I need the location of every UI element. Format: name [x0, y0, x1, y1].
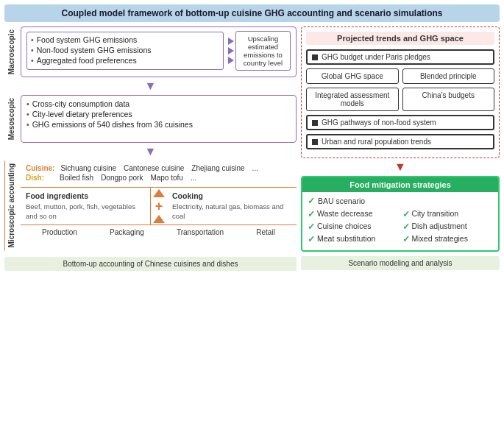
cuisine-3: Zhejiang cuisine — [191, 164, 244, 172]
mitigation-section: Food mitigation strategies ✓ BAU scenari… — [301, 176, 500, 252]
mixed-text: Mixed strategies — [412, 234, 468, 243]
ghg-cols-1: Global GHG space Blended principle — [306, 68, 494, 84]
mesoscopic-label: Mesoscopic — [4, 95, 18, 143]
city-text: City transition — [412, 209, 459, 218]
cuisine-4: ... — [252, 164, 258, 172]
arrow-up-1 — [153, 189, 165, 197]
dish-row: Dish: Boiled fish Dongpo pork Mapo tofu … — [26, 174, 291, 182]
right-footer: Scenario modeling and analysis — [301, 256, 500, 270]
mit-item-meat: ✓ Meat substitution — [308, 234, 399, 244]
meso-bullet-2: City-level dietary preferences — [26, 110, 291, 118]
dish-2: Dongpo pork — [101, 174, 143, 182]
microscopic-label: Microscopic accounting — [4, 160, 18, 250]
meat-text: Meat substitution — [317, 234, 375, 243]
square-bullet-2 — [312, 120, 318, 126]
city-check: ✓ — [402, 209, 410, 219]
cuisine-label: Cuisine: — [26, 164, 54, 172]
plus-icon: + — [155, 199, 163, 213]
mesoscopic-section: Mesoscopic Cross-city consumption data C… — [4, 95, 297, 143]
waste-check: ✓ — [308, 209, 315, 219]
left-footer: Bottom-up accounting of Chinese cuisines… — [4, 257, 297, 271]
ghg-budget-text: GHG budget under Paris pledges — [322, 53, 430, 61]
proj-to-mitigation-arrow: ▼ — [301, 161, 500, 173]
waste-text: Waste decrease — [317, 209, 372, 218]
mixed-check: ✓ — [402, 234, 410, 244]
mit-item-cuisine: ✓ Cuisine choices — [308, 222, 399, 232]
dish-adj-text: Dish adjustment — [412, 222, 467, 230]
macro-bullets: Food system GHG emissions Non-food syste… — [26, 32, 224, 70]
plus-divider: + — [151, 188, 167, 224]
micro-bottom-row: Production Packaging Transportation Reta… — [21, 225, 297, 239]
mit-item-dish: ✓ Dish adjustment — [402, 222, 494, 232]
macro-bullet-3: Aggregated food preferences — [31, 56, 219, 65]
global-ghg-box: Global GHG space — [306, 68, 399, 84]
food-ingredients-box: Food ingredients Beef, mutton, pork, fis… — [21, 188, 151, 224]
meso-to-micro-arrow: ▼ — [4, 146, 297, 158]
cuisine-dish-area: Cuisine: Sichuang cuisine Cantonese cuis… — [21, 160, 297, 188]
page-wrapper: Coupled model framework of bottom-up cui… — [0, 0, 504, 275]
mesoscopic-content: Cross-city consumption data City-level d… — [21, 95, 297, 143]
macroscopic-content: Food system GHG emissions Non-food syste… — [21, 26, 297, 77]
dish-items: Boiled fish Dongpo pork Mapo tofu ... — [60, 174, 196, 182]
ghg-budget-box: GHG budget under Paris pledges — [306, 49, 494, 65]
microscopic-section: Microscopic accounting Cuisine: Sichuang… — [4, 160, 297, 250]
bottom-2: Packaging — [110, 228, 144, 236]
food-text: Beef, mutton, pork, fish, vegetables and… — [26, 202, 145, 221]
meat-check: ✓ — [308, 234, 315, 244]
food-title: Food ingredients — [26, 191, 145, 200]
cuisine-items: Sichuang cuisine Cantonese cuisine Zheji… — [60, 164, 258, 172]
square-bullet-1 — [312, 54, 318, 60]
upscale-box: Upscaling estimated emissions to country… — [235, 31, 291, 71]
food-cooking-area: Food ingredients Beef, mutton, pork, fis… — [21, 188, 297, 225]
dish-4: ... — [191, 174, 196, 182]
mitigation-col-1: ✓ Waste decrease ✓ Cuisine choices ✓ Mea… — [308, 209, 399, 247]
dish-check: ✓ — [402, 222, 410, 232]
meso-bullet-3: GHG emissions of 540 dishes from 36 cuis… — [26, 120, 291, 129]
cuisine-1: Sichuang cuisine — [60, 164, 116, 172]
bottom-1: Production — [42, 228, 77, 236]
mit-item-mixed: ✓ Mixed strategies — [402, 234, 494, 244]
macro-inner: Food system GHG emissions Non-food syste… — [26, 31, 291, 71]
macroscopic-section: Macroscopic Food system GHG emissions No… — [4, 26, 297, 77]
macro-bullet-1: Food system GHG emissions — [31, 35, 219, 44]
ghg-cols-2: Integrated assessment models China's bud… — [306, 88, 494, 111]
arrow-up-2 — [153, 215, 165, 223]
square-bullet-3 — [312, 139, 318, 145]
ghg-pathways-box: GHG pathways of non-food system — [306, 115, 494, 130]
dish-3: Mapo tofu — [150, 174, 182, 182]
bottom-4: Retail — [256, 228, 275, 236]
microscopic-content: Cuisine: Sichuang cuisine Cantonese cuis… — [21, 160, 297, 250]
mitigation-title: Food mitigation strategies — [302, 177, 498, 192]
cooking-box: Cooking Electricity, natural gas, biomas… — [167, 188, 297, 224]
cuisine-text: Cuisine choices — [317, 222, 372, 230]
mit-item-city: ✓ City transition — [402, 209, 494, 219]
cooking-text: Electricity, natural gas, biomass and co… — [172, 202, 291, 221]
china-budgets-box: China's budgets — [402, 88, 495, 111]
mitigation-two-cols: ✓ Waste decrease ✓ Cuisine choices ✓ Mea… — [308, 209, 493, 247]
macroscopic-label: Macroscopic — [4, 26, 18, 77]
cuisine-2: Cantonese cuisine — [124, 164, 184, 172]
mitigation-col-2: ✓ City transition ✓ Dish adjustment ✓ Mi… — [402, 209, 494, 247]
blended-principle-box: Blended principle — [402, 68, 495, 84]
bottom-3: Transportation — [177, 228, 224, 236]
cuisine-check: ✓ — [308, 222, 315, 232]
right-panel: Projected trends and GHG space GHG budge… — [301, 26, 500, 271]
macro-to-meso-arrow: ▼ — [4, 80, 297, 92]
projected-trends-section: Projected trends and GHG space GHG budge… — [301, 26, 500, 158]
cooking-title: Cooking — [172, 191, 291, 200]
integrated-models-box: Integrated assessment models — [306, 88, 399, 111]
urban-rural-box: Urban and rural population trends — [306, 134, 494, 149]
dish-label: Dish: — [26, 174, 54, 182]
main-content: Macroscopic Food system GHG emissions No… — [4, 26, 500, 271]
mit-item-waste: ✓ Waste decrease — [308, 209, 399, 219]
bau-check: ✓ — [308, 196, 315, 206]
ghg-pathways-text: GHG pathways of non-food system — [322, 118, 436, 127]
cuisine-row: Cuisine: Sichuang cuisine Cantonese cuis… — [26, 164, 291, 172]
dish-1: Boiled fish — [60, 174, 93, 182]
projected-title: Projected trends and GHG space — [306, 32, 494, 45]
mitigation-content: ✓ BAU scenario ✓ Waste decrease ✓ Cuisin… — [302, 192, 498, 250]
left-panel: Macroscopic Food system GHG emissions No… — [4, 26, 297, 271]
bau-row: ✓ BAU scenario — [308, 196, 493, 206]
meso-bullet-1: Cross-city consumption data — [26, 99, 291, 108]
bau-text: BAU scenario — [318, 197, 365, 205]
